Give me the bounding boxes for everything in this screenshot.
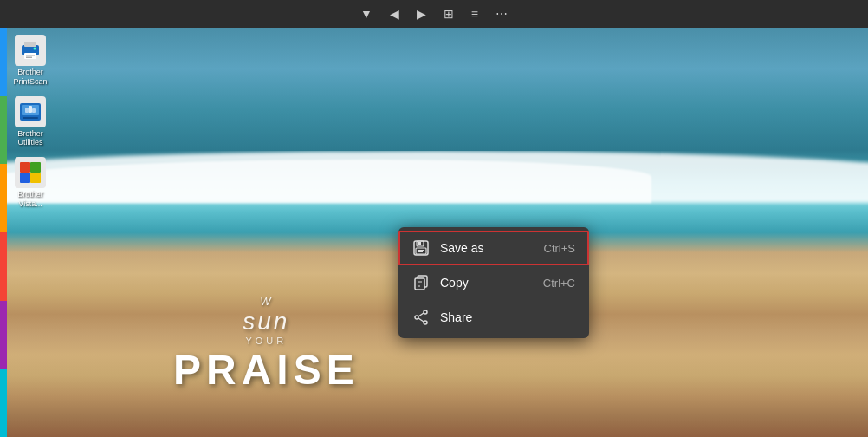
svg-rect-10	[25, 108, 29, 113]
brother-vista-label: Brother Vista...	[7, 190, 54, 209]
wave-2	[0, 160, 651, 203]
left-color-stripe	[0, 28, 7, 437]
svg-rect-3	[26, 55, 35, 56]
svg-rect-12	[20, 162, 30, 173]
desktop-icons-sidebar: Brother PrintScan Brother Utilities	[0, 28, 61, 437]
svg-rect-1	[24, 42, 36, 47]
toolbar-grid-icon[interactable]: ⊞	[438, 3, 459, 24]
svg-line-31	[418, 318, 424, 322]
desktop-icon-brother-utilities[interactable]: Brother Utilities	[4, 94, 56, 151]
svg-rect-18	[418, 242, 421, 245]
svg-rect-8	[23, 117, 38, 119]
svg-line-30	[418, 313, 424, 316]
stripe-orange	[0, 164, 7, 232]
brother-utilities-icon-image	[15, 96, 46, 127]
brother-print-label: Brother PrintScan	[7, 68, 54, 87]
svg-rect-13	[30, 162, 41, 173]
save-as-icon	[412, 239, 430, 257]
svg-rect-11	[32, 108, 36, 113]
svg-rect-20	[418, 250, 424, 251]
top-toolbar: ▼ ◀ ▶ ⊞ ≡ ⋯	[0, 0, 868, 28]
brother-vista-icon-image	[15, 157, 46, 188]
toolbar-center: ▼ ◀ ▶ ⊞ ≡ ⋯	[355, 3, 513, 24]
svg-point-28	[424, 321, 427, 324]
stripe-blue	[0, 28, 7, 96]
stripe-red	[0, 232, 7, 301]
beach-text-praise: PRAISE	[173, 346, 360, 394]
save-as-shortcut: Ctrl+S	[544, 242, 575, 255]
context-menu-item-save-as[interactable]: Save as Ctrl+S	[398, 231, 589, 265]
toolbar-next-icon[interactable]: ▶	[411, 3, 431, 24]
svg-point-27	[424, 310, 427, 314]
brother-vista-svg	[18, 160, 42, 185]
svg-point-29	[415, 316, 418, 319]
brother-utilities-label: Brother Utilities	[7, 129, 54, 148]
copy-label: Copy	[440, 276, 533, 290]
context-menu: Save as Ctrl+S Copy Ctrl+C	[398, 227, 589, 338]
brother-utilities-svg	[18, 100, 42, 124]
toolbar-menu-icon[interactable]: ≡	[466, 3, 483, 24]
svg-rect-19	[416, 248, 426, 254]
svg-rect-14	[20, 173, 30, 183]
brother-print-svg	[18, 38, 42, 62]
beach-text-your: YOUR	[173, 336, 360, 346]
share-svg	[413, 310, 429, 325]
toolbar-down-icon[interactable]: ▼	[355, 3, 378, 24]
share-icon	[412, 309, 430, 326]
context-menu-item-share[interactable]: Share	[398, 300, 589, 335]
copy-icon	[412, 274, 430, 291]
save-as-label: Save as	[440, 241, 534, 255]
stripe-purple	[0, 301, 7, 369]
beach-text-sun: sun	[173, 308, 360, 336]
beach-text-w: W	[173, 295, 360, 308]
copy-svg	[413, 275, 429, 290]
desktop-icon-brother-print[interactable]: Brother PrintScan	[4, 32, 56, 89]
beach-overlay-text: W sun YOUR PRAISE	[173, 295, 360, 394]
svg-rect-15	[30, 173, 41, 183]
floppy-disk-svg	[413, 240, 429, 256]
share-label: Share	[440, 310, 565, 324]
toolbar-zoom-icon[interactable]: ⋯	[490, 3, 513, 24]
brother-print-icon-image	[15, 35, 46, 66]
stripe-cyan	[0, 369, 7, 437]
svg-rect-9	[29, 106, 32, 113]
svg-rect-21	[418, 251, 423, 252]
context-menu-item-copy[interactable]: Copy Ctrl+C	[398, 265, 589, 300]
main-area: W sun YOUR PRAISE Brother PrintScan	[0, 28, 868, 437]
copy-shortcut: Ctrl+C	[543, 277, 575, 290]
desktop-icon-brother-vista[interactable]: Brother Vista...	[4, 154, 56, 212]
toolbar-prev-icon[interactable]: ◀	[385, 3, 405, 24]
stripe-green	[0, 96, 7, 165]
svg-rect-4	[26, 57, 32, 59]
svg-point-5	[34, 48, 36, 50]
